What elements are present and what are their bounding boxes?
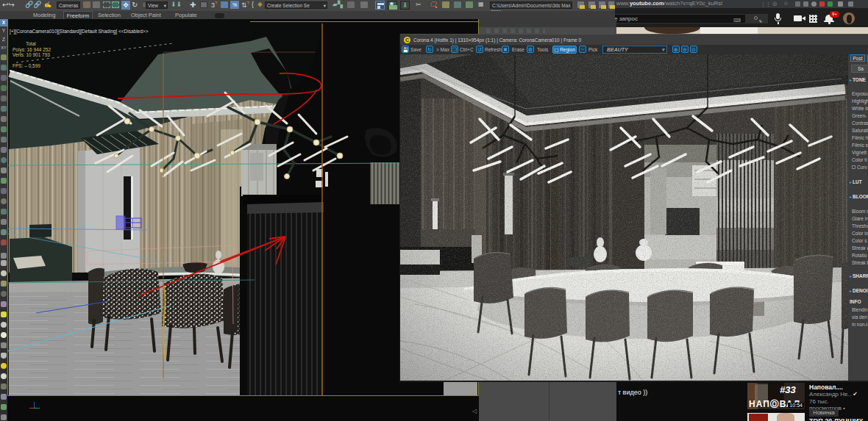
svg-text:FPS: – 0,599: FPS: – 0,599 [13, 63, 40, 68]
svg-text:[+][CoronaCamera010][Standard]: [+][CoronaCamera010][Standard][Default S… [10, 29, 149, 35]
svg-text:Total: Total [26, 41, 36, 46]
svg-text:Verts: 10 901 793: Verts: 10 901 793 [13, 52, 50, 57]
